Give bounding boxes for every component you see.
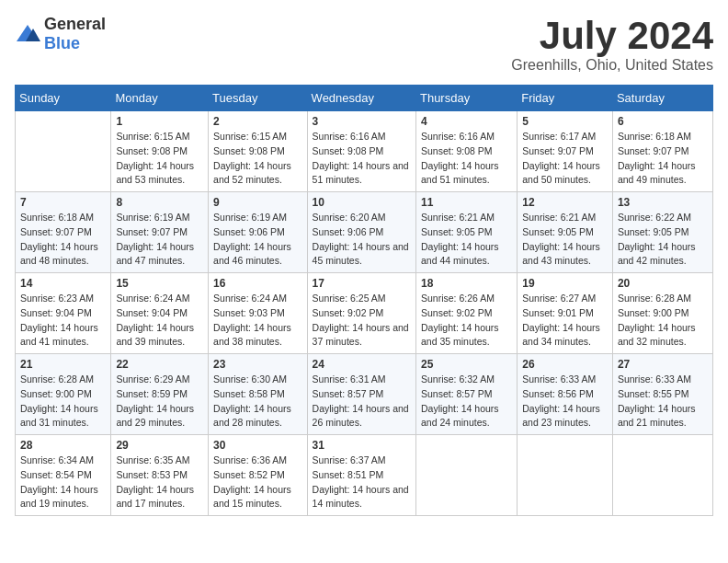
cell-3-3: 24Sunrise: 6:31 AMSunset: 8:57 PMDayligh… (307, 354, 415, 435)
week-row-3: 21Sunrise: 6:28 AMSunset: 9:00 PMDayligh… (16, 354, 713, 435)
daylight: Daylight: 14 hours and 38 minutes. (213, 321, 301, 350)
sunset: Sunset: 9:07 PM (20, 225, 106, 240)
cell-2-6: 20Sunrise: 6:28 AMSunset: 9:00 PMDayligh… (612, 273, 712, 354)
logo-icon (15, 23, 40, 45)
cell-2-4: 18Sunrise: 6:26 AMSunset: 9:02 PMDayligh… (415, 273, 517, 354)
day-number: 27 (618, 358, 708, 371)
sunrise: Sunrise: 6:22 AM (618, 211, 708, 225)
sunrise: Sunrise: 6:37 AM (313, 454, 411, 468)
cell-0-4: 4Sunrise: 6:16 AMSunset: 9:08 PMDaylight… (415, 111, 517, 192)
sunset: Sunset: 9:08 PM (213, 144, 301, 159)
cell-4-3: 31Sunrise: 6:37 AMSunset: 8:51 PMDayligh… (307, 435, 415, 516)
sunrise: Sunrise: 6:21 AM (421, 211, 512, 225)
daylight: Daylight: 14 hours and 39 minutes. (116, 321, 203, 350)
day-number: 16 (213, 277, 301, 290)
day-number: 6 (618, 115, 708, 128)
sunset: Sunset: 9:05 PM (522, 225, 608, 240)
daylight: Daylight: 14 hours and 23 minutes. (522, 402, 608, 431)
cell-4-2: 30Sunrise: 6:36 AMSunset: 8:52 PMDayligh… (209, 435, 307, 516)
cell-2-2: 16Sunrise: 6:24 AMSunset: 9:03 PMDayligh… (209, 273, 307, 354)
day-info: Sunrise: 6:23 AMSunset: 9:04 PMDaylight:… (20, 292, 106, 350)
day-number: 9 (213, 196, 301, 209)
day-number: 3 (313, 115, 411, 128)
cell-0-2: 2Sunrise: 6:15 AMSunset: 9:08 PMDaylight… (209, 111, 307, 192)
cell-1-1: 8Sunrise: 6:19 AMSunset: 9:07 PMDaylight… (111, 192, 209, 273)
cell-2-5: 19Sunrise: 6:27 AMSunset: 9:01 PMDayligh… (518, 273, 613, 354)
day-info: Sunrise: 6:27 AMSunset: 9:01 PMDaylight:… (522, 292, 608, 350)
daylight: Daylight: 14 hours and 51 minutes. (421, 159, 512, 189)
sunrise: Sunrise: 6:19 AM (116, 211, 203, 225)
sunrise: Sunrise: 6:20 AM (313, 211, 411, 225)
day-info: Sunrise: 6:24 AMSunset: 9:04 PMDaylight:… (116, 292, 203, 350)
day-info: Sunrise: 6:28 AMSunset: 9:00 PMDaylight:… (618, 292, 708, 350)
day-number: 21 (20, 358, 106, 371)
sunrise: Sunrise: 6:26 AM (421, 292, 512, 306)
daylight: Daylight: 14 hours and 46 minutes. (213, 240, 301, 270)
subtitle: Greenhills, Ohio, United States (511, 57, 713, 74)
cell-4-0: 28Sunrise: 6:34 AMSunset: 8:54 PMDayligh… (16, 435, 111, 516)
day-number: 30 (213, 439, 301, 452)
cell-0-6: 6Sunrise: 6:18 AMSunset: 9:07 PMDaylight… (612, 111, 712, 192)
daylight: Daylight: 14 hours and 24 minutes. (421, 402, 512, 431)
sunrise: Sunrise: 6:35 AM (116, 454, 203, 468)
sunset: Sunset: 9:05 PM (618, 225, 708, 240)
day-info: Sunrise: 6:21 AMSunset: 9:05 PMDaylight:… (421, 211, 512, 269)
day-info: Sunrise: 6:15 AMSunset: 9:08 PMDaylight:… (116, 130, 203, 188)
cell-1-4: 11Sunrise: 6:21 AMSunset: 9:05 PMDayligh… (415, 192, 517, 273)
day-number: 10 (313, 196, 411, 209)
daylight: Daylight: 14 hours and 19 minutes. (20, 483, 106, 512)
sunset: Sunset: 9:08 PM (313, 144, 411, 159)
day-number: 17 (313, 277, 411, 290)
sunset: Sunset: 9:00 PM (20, 387, 106, 402)
header: General Blue July 2024 Greenhills, Ohio,… (15, 15, 713, 74)
week-row-4: 28Sunrise: 6:34 AMSunset: 8:54 PMDayligh… (16, 435, 713, 516)
day-info: Sunrise: 6:36 AMSunset: 8:52 PMDaylight:… (213, 454, 301, 511)
daylight: Daylight: 14 hours and 29 minutes. (116, 402, 203, 431)
day-number: 4 (421, 115, 512, 128)
daylight: Daylight: 14 hours and 32 minutes. (618, 321, 708, 350)
sunset: Sunset: 9:01 PM (522, 306, 608, 321)
day-number: 12 (522, 196, 608, 209)
sunrise: Sunrise: 6:18 AM (20, 211, 106, 225)
daylight: Daylight: 14 hours and 34 minutes. (522, 321, 608, 350)
day-info: Sunrise: 6:37 AMSunset: 8:51 PMDaylight:… (313, 454, 411, 511)
header-friday: Friday (518, 86, 613, 111)
sunrise: Sunrise: 6:30 AM (213, 373, 301, 387)
logo-general: General (44, 15, 106, 33)
daylight: Daylight: 14 hours and 49 minutes. (618, 159, 708, 189)
cell-0-3: 3Sunrise: 6:16 AMSunset: 9:08 PMDaylight… (307, 111, 415, 192)
day-number: 20 (618, 277, 708, 290)
sunset: Sunset: 8:56 PM (522, 387, 608, 402)
day-number: 15 (116, 277, 203, 290)
daylight: Daylight: 14 hours and 44 minutes. (421, 240, 512, 270)
day-number: 13 (618, 196, 708, 209)
daylight: Daylight: 14 hours and 14 minutes. (313, 483, 411, 512)
day-number: 26 (522, 358, 608, 371)
daylight: Daylight: 14 hours and 41 minutes. (20, 321, 106, 350)
day-number: 29 (116, 439, 203, 452)
header-saturday: Saturday (612, 86, 712, 111)
sunset: Sunset: 9:07 PM (116, 225, 203, 240)
daylight: Daylight: 14 hours and 51 minutes. (313, 159, 411, 189)
sunrise: Sunrise: 6:33 AM (618, 373, 708, 387)
sunrise: Sunrise: 6:17 AM (522, 130, 608, 144)
calendar-table: SundayMondayTuesdayWednesdayThursdayFrid… (15, 85, 713, 516)
sunset: Sunset: 9:04 PM (116, 306, 203, 321)
day-info: Sunrise: 6:18 AMSunset: 9:07 PMDaylight:… (20, 211, 106, 269)
daylight: Daylight: 14 hours and 52 minutes. (213, 159, 301, 189)
week-row-1: 7Sunrise: 6:18 AMSunset: 9:07 PMDaylight… (16, 192, 713, 273)
day-info: Sunrise: 6:33 AMSunset: 8:56 PMDaylight:… (522, 373, 608, 431)
sunset: Sunset: 9:02 PM (313, 306, 411, 321)
cell-4-6 (612, 435, 712, 516)
sunset: Sunset: 8:51 PM (313, 468, 411, 483)
sunset: Sunset: 8:55 PM (618, 387, 708, 402)
day-number: 19 (522, 277, 608, 290)
day-info: Sunrise: 6:28 AMSunset: 9:00 PMDaylight:… (20, 373, 106, 431)
week-row-0: 1Sunrise: 6:15 AMSunset: 9:08 PMDaylight… (16, 111, 713, 192)
day-number: 18 (421, 277, 512, 290)
day-info: Sunrise: 6:21 AMSunset: 9:05 PMDaylight:… (522, 211, 608, 269)
sunrise: Sunrise: 6:32 AM (421, 373, 512, 387)
cell-3-5: 26Sunrise: 6:33 AMSunset: 8:56 PMDayligh… (518, 354, 613, 435)
cell-3-4: 25Sunrise: 6:32 AMSunset: 8:57 PMDayligh… (415, 354, 517, 435)
sunset: Sunset: 9:04 PM (20, 306, 106, 321)
